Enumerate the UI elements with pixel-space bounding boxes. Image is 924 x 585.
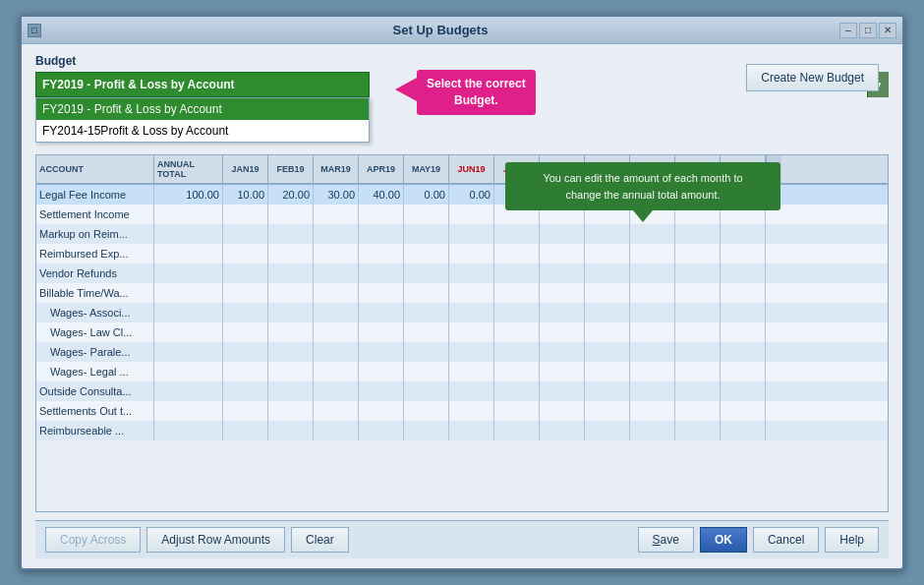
cell-aug[interactable] — [540, 283, 585, 303]
cell-aug[interactable] — [540, 421, 585, 440]
cell-annual[interactable] — [154, 362, 223, 381]
cell-apr[interactable] — [359, 401, 404, 421]
cell-jun[interactable] — [449, 401, 494, 421]
cell-may[interactable] — [404, 322, 449, 342]
cell-jun[interactable] — [449, 283, 494, 303]
cell-mar[interactable]: 30.00 — [314, 185, 359, 205]
cell-jan[interactable] — [223, 303, 268, 322]
ok-button[interactable]: OK — [700, 527, 747, 553]
cell-annual[interactable] — [154, 303, 223, 322]
cell-annual[interactable] — [154, 244, 223, 263]
cell-dec[interactable] — [721, 362, 766, 381]
cell-oct[interactable] — [630, 224, 675, 244]
maximize-button[interactable]: □ — [859, 23, 877, 38]
cell-dec[interactable] — [721, 322, 766, 342]
cell-feb[interactable] — [268, 362, 314, 381]
cell-mar[interactable] — [314, 283, 359, 303]
cell-apr[interactable] — [359, 362, 404, 381]
cell-jun[interactable] — [449, 322, 494, 342]
budget-option-2[interactable]: FY2014-15Profit & Loss by Account — [36, 120, 369, 142]
cell-may[interactable] — [404, 362, 449, 381]
cell-annual[interactable] — [154, 224, 223, 244]
cell-apr[interactable] — [359, 342, 404, 362]
table-row[interactable]: Wages- Parale... — [36, 342, 888, 362]
cell-aug[interactable] — [540, 322, 585, 342]
cell-jul[interactable] — [494, 342, 540, 362]
cell-annual[interactable] — [154, 322, 223, 342]
cell-jan[interactable]: 10.00 — [223, 185, 268, 205]
cell-jun[interactable] — [449, 381, 494, 401]
cell-sep[interactable] — [585, 224, 630, 244]
cell-nov[interactable] — [675, 381, 721, 401]
cell-mar[interactable] — [314, 224, 359, 244]
table-row[interactable]: Settlements Out t... — [36, 401, 888, 421]
cell-jun[interactable]: 0.00 — [449, 185, 494, 205]
cell-aug[interactable] — [540, 362, 585, 381]
cell-jan[interactable] — [223, 381, 268, 401]
cell-oct[interactable] — [630, 263, 675, 283]
cell-aug[interactable] — [540, 263, 585, 283]
cell-mar[interactable] — [314, 362, 359, 381]
cell-annual[interactable] — [154, 263, 223, 283]
cell-jun[interactable] — [449, 205, 494, 224]
cell-mar[interactable] — [314, 205, 359, 224]
cell-jun[interactable] — [449, 342, 494, 362]
cell-feb[interactable] — [268, 401, 314, 421]
cell-apr[interactable] — [359, 224, 404, 244]
table-row[interactable]: Vendor Refunds — [36, 263, 888, 283]
cell-annual[interactable] — [154, 381, 223, 401]
cell-may[interactable] — [404, 224, 449, 244]
cell-oct[interactable] — [630, 244, 675, 263]
cell-jul[interactable] — [494, 322, 540, 342]
cancel-button[interactable]: Cancel — [753, 527, 819, 553]
cell-may[interactable] — [404, 303, 449, 322]
cell-feb[interactable] — [268, 263, 314, 283]
cell-dec[interactable] — [721, 421, 766, 440]
cell-dec[interactable] — [721, 303, 766, 322]
cell-jan[interactable] — [223, 401, 268, 421]
table-row[interactable]: Billable Time/Wa... — [36, 283, 888, 303]
cell-sep[interactable] — [585, 362, 630, 381]
cell-oct[interactable] — [630, 322, 675, 342]
cell-aug[interactable] — [540, 381, 585, 401]
cell-apr[interactable] — [359, 381, 404, 401]
cell-jan[interactable] — [223, 342, 268, 362]
cell-feb[interactable] — [268, 224, 314, 244]
cell-oct[interactable] — [630, 421, 675, 440]
cell-may[interactable] — [404, 342, 449, 362]
cell-nov[interactable] — [675, 421, 721, 440]
cell-jun[interactable] — [449, 303, 494, 322]
cell-feb[interactable] — [268, 205, 314, 224]
cell-mar[interactable] — [314, 322, 359, 342]
cell-may[interactable] — [404, 401, 449, 421]
cell-apr[interactable] — [359, 421, 404, 440]
cell-mar[interactable] — [314, 263, 359, 283]
table-row[interactable]: Wages- Law Cl... — [36, 322, 888, 342]
table-row[interactable]: Outside Consulta... — [36, 381, 888, 401]
cell-apr[interactable] — [359, 263, 404, 283]
budget-dropdown[interactable]: FY2019 - Profit & Loss by Account — [35, 72, 370, 97]
adjust-row-amounts-button[interactable]: Adjust Row Amounts — [146, 527, 285, 553]
cell-jul[interactable] — [494, 303, 540, 322]
cell-jan[interactable] — [223, 421, 268, 440]
cell-dec[interactable] — [721, 283, 766, 303]
cell-jan[interactable] — [223, 362, 268, 381]
cell-may[interactable] — [404, 263, 449, 283]
cell-jul[interactable] — [494, 421, 540, 440]
cell-annual[interactable]: 100.00 — [154, 185, 223, 205]
cell-apr[interactable] — [359, 244, 404, 263]
cell-annual[interactable] — [154, 205, 223, 224]
cell-nov[interactable] — [675, 303, 721, 322]
cell-jul[interactable] — [494, 224, 540, 244]
cell-sep[interactable] — [585, 381, 630, 401]
close-button[interactable]: ✕ — [879, 23, 896, 38]
cell-dec[interactable] — [721, 342, 766, 362]
cell-may[interactable] — [404, 205, 449, 224]
cell-dec[interactable] — [721, 224, 766, 244]
cell-sep[interactable] — [585, 283, 630, 303]
cell-oct[interactable] — [630, 381, 675, 401]
help-button[interactable]: Help — [825, 527, 879, 553]
cell-jul[interactable] — [494, 381, 540, 401]
cell-sep[interactable] — [585, 322, 630, 342]
table-row[interactable]: Markup on Reim... — [36, 224, 888, 244]
